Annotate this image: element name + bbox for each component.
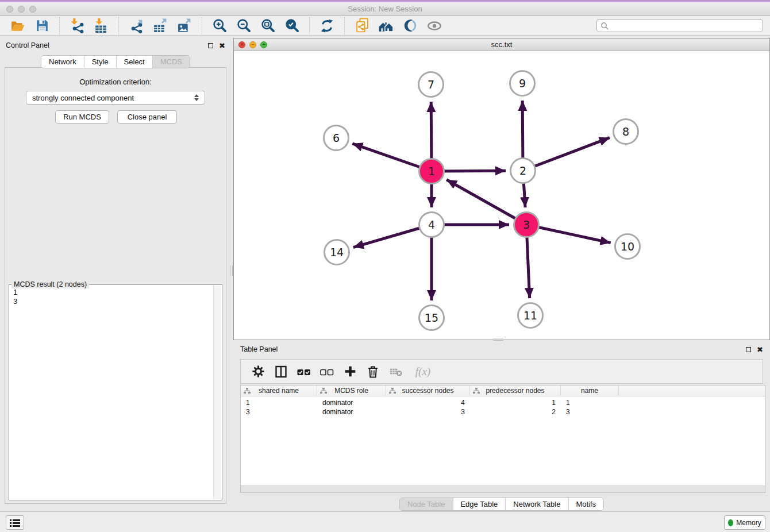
task-history-button[interactable] xyxy=(6,515,24,530)
control-panel-tabs: NetworkStyleSelectMCDS xyxy=(41,55,190,68)
graph-node-6[interactable]: 6 xyxy=(324,126,349,151)
graph-node-14[interactable]: 14 xyxy=(325,240,349,265)
svg-text:1: 1 xyxy=(428,165,435,178)
memory-button[interactable]: Memory xyxy=(724,515,765,530)
graph-node-8[interactable]: 8 xyxy=(614,119,638,144)
table-cell[interactable]: 4 xyxy=(386,399,470,407)
save-session-icon[interactable] xyxy=(33,17,51,34)
select-all-checkboxes-icon[interactable] xyxy=(295,363,313,380)
criterion-value: strongly connected component xyxy=(32,94,134,102)
main-toolbar xyxy=(0,16,770,36)
column-header-shared-name[interactable]: shared name xyxy=(241,385,317,396)
table-cell[interactable]: 3 xyxy=(241,408,317,416)
graph-edge-2-8[interactable] xyxy=(523,138,610,171)
mcds-result-text[interactable]: 13 xyxy=(10,287,213,499)
column-header-name[interactable]: name xyxy=(561,385,619,396)
graph-node-3[interactable]: 3 xyxy=(514,213,539,237)
tab-style[interactable]: Style xyxy=(84,56,117,68)
network-canvas[interactable]: 7968124314101511 xyxy=(234,51,769,340)
zoom-out-icon[interactable] xyxy=(235,17,252,34)
tab-network-table[interactable]: Network Table xyxy=(506,498,568,510)
export-table-icon[interactable] xyxy=(152,17,169,34)
graph-node-4[interactable]: 4 xyxy=(419,213,444,237)
table-cell[interactable]: 3 xyxy=(561,408,619,416)
hierarchy-icon xyxy=(473,388,480,394)
float-panel-icon[interactable] xyxy=(746,347,751,352)
table-cell[interactable]: dominator xyxy=(317,399,386,407)
graph-node-15[interactable]: 15 xyxy=(419,306,444,330)
memory-label: Memory xyxy=(736,519,761,527)
mcds-panel: Optimization criterion: strongly connect… xyxy=(5,67,226,504)
toolbar-separator xyxy=(309,17,310,34)
graph-edge-3-1[interactable] xyxy=(446,180,526,225)
result-scrollbar[interactable] xyxy=(213,286,221,499)
table-toolbar: f(x) xyxy=(240,359,763,384)
close-panel-icon[interactable]: ✖ xyxy=(757,347,763,352)
zoom-selected-icon[interactable] xyxy=(283,17,301,34)
table-cell[interactable]: dominator xyxy=(317,408,386,416)
svg-text:6: 6 xyxy=(333,132,340,144)
hierarchy-icon xyxy=(389,388,396,394)
delete-column-icon[interactable] xyxy=(364,363,382,380)
fit-content-icon[interactable] xyxy=(259,17,276,34)
horizontal-splitter-handle[interactable] xyxy=(493,338,503,341)
status-bar: Memory xyxy=(0,511,770,532)
graph-node-2[interactable]: 2 xyxy=(511,159,536,183)
close-panel-icon[interactable]: ✖ xyxy=(219,43,225,48)
deselect-all-checkboxes-icon[interactable] xyxy=(318,363,336,380)
column-header-successor-nodes[interactable]: successor nodes xyxy=(386,385,470,396)
tab-node-table[interactable]: Node Table xyxy=(400,498,453,510)
tab-edge-table[interactable]: Edge Table xyxy=(453,498,506,510)
table-panel-title: Table Panel xyxy=(240,345,278,353)
graph-node-9[interactable]: 9 xyxy=(510,71,535,96)
column-header-predecessor-nodes[interactable]: predecessor nodes xyxy=(470,385,561,396)
float-panel-icon[interactable] xyxy=(208,43,213,48)
close-panel-button[interactable]: Close panel xyxy=(117,110,177,124)
add-column-icon[interactable] xyxy=(341,363,359,380)
vertical-splitter-handle[interactable] xyxy=(230,265,233,276)
hide-graphics-details-icon[interactable] xyxy=(402,17,419,34)
table-cell[interactable]: 1 xyxy=(241,399,317,407)
gear-icon[interactable] xyxy=(249,363,267,380)
tab-network[interactable]: Network xyxy=(41,56,84,68)
control-panel-title: Control Panel xyxy=(6,41,49,49)
network-view-window: ✕ − + scc.txt 7968124314101511 xyxy=(233,38,770,340)
houses-icon[interactable] xyxy=(378,17,395,34)
tab-select[interactable]: Select xyxy=(117,56,153,68)
tab-motifs[interactable]: Motifs xyxy=(568,498,603,510)
import-table-icon[interactable] xyxy=(93,17,110,34)
table-footer-strip xyxy=(241,485,765,492)
mcds-result-box: MCDS result (2 nodes) 13 xyxy=(9,284,222,500)
import-network-icon[interactable] xyxy=(68,17,86,34)
table-row[interactable]: 3dominator323 xyxy=(241,407,765,417)
table-cell[interactable]: 2 xyxy=(470,408,561,416)
open-session-icon[interactable] xyxy=(9,17,26,34)
svg-text:14: 14 xyxy=(330,246,344,259)
table-row[interactable]: 1dominator411 xyxy=(241,398,765,407)
network-window-titlebar[interactable]: ✕ − + scc.txt xyxy=(234,38,769,51)
column-header-MCDS-role[interactable]: MCDS role xyxy=(317,385,386,396)
graph-node-10[interactable]: 10 xyxy=(615,234,640,259)
split-columns-icon[interactable] xyxy=(272,363,290,380)
table-cell[interactable]: 3 xyxy=(386,408,470,416)
eye-icon[interactable] xyxy=(426,17,443,34)
clone-network-icon[interactable] xyxy=(353,17,371,34)
graph-node-7[interactable]: 7 xyxy=(419,72,444,97)
export-image-icon[interactable] xyxy=(176,17,193,34)
graph-node-11[interactable]: 11 xyxy=(518,303,543,328)
node-table: shared nameMCDS rolesuccessor nodesprede… xyxy=(240,385,765,493)
criterion-select[interactable]: strongly connected component xyxy=(26,91,205,105)
zoom-in-icon[interactable] xyxy=(211,17,228,34)
run-mcds-button[interactable]: Run MCDS xyxy=(55,110,109,124)
graph-node-1[interactable]: 1 xyxy=(419,159,444,184)
tab-mcds[interactable]: MCDS xyxy=(153,56,190,68)
search-field[interactable] xyxy=(596,19,763,32)
refresh-icon[interactable] xyxy=(318,17,336,34)
network-graph[interactable]: 7968124314101511 xyxy=(234,51,769,340)
svg-text:2: 2 xyxy=(519,164,526,177)
table-cell[interactable]: 1 xyxy=(470,399,561,407)
search-input[interactable] xyxy=(611,22,759,30)
table-cell[interactable]: 1 xyxy=(561,399,619,407)
select-stepper-icon xyxy=(194,94,199,101)
export-network-icon[interactable] xyxy=(128,17,145,34)
